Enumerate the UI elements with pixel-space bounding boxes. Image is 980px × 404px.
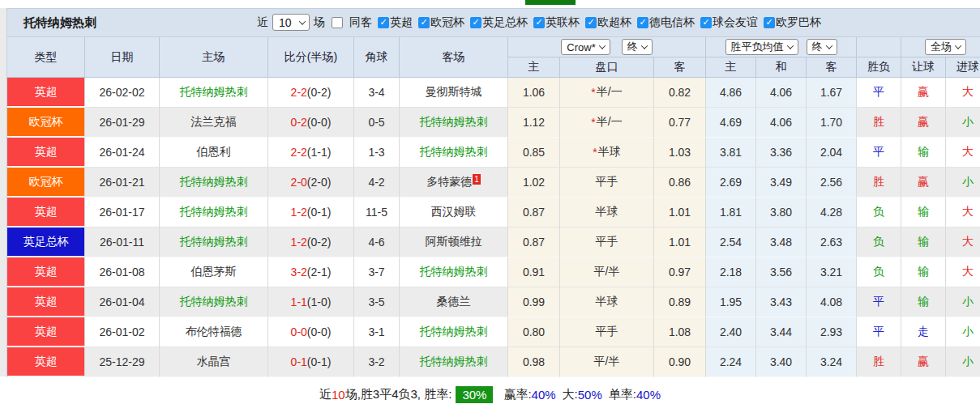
handicap-result: 走 [901, 317, 946, 347]
league-checkbox-label[interactable]: 英足总杯 [482, 15, 528, 30]
league-checkbox-label[interactable]: 球会友谊 [713, 15, 758, 30]
away-team[interactable]: 曼彻斯特城 [426, 85, 482, 100]
league-checkbox[interactable] [378, 17, 389, 28]
league-filter-item: 英联杯 [528, 15, 580, 30]
col-header-date: 日期 [85, 37, 160, 78]
home-team[interactable]: 托特纳姆热刺 [160, 287, 268, 317]
home-team[interactable]: 布伦特福德 [160, 317, 268, 347]
table-row[interactable]: 英足总杯 26-01-11 托特纳姆热刺 1-2(0-2) 4-6 阿斯顿维拉 … [7, 228, 980, 257]
handicap-value: 半/一 [597, 85, 623, 100]
away-team[interactable]: 阿斯顿维拉 [426, 235, 482, 249]
corner-score: 1-3 [354, 138, 400, 168]
odds-source-dropdown[interactable]: Crow* [561, 39, 610, 55]
avg-odds-draw: 3.43 [756, 287, 807, 317]
scope-dropdown[interactable]: 全场 [925, 39, 966, 55]
match-result: 胜 [857, 168, 901, 198]
away-team[interactable]: 托特纳姆热刺 [420, 145, 488, 159]
handicap-odds-home: 0.80 [508, 317, 560, 347]
league-checkbox[interactable] [585, 17, 597, 28]
league-checkbox[interactable] [637, 17, 648, 28]
home-team[interactable]: 托特纳姆热刺 [160, 228, 268, 257]
avg-group-header: 胜平负均值 终 [706, 37, 857, 57]
away-team[interactable]: 西汉姆联 [431, 205, 477, 219]
home-team[interactable]: 伯恩利 [160, 138, 268, 168]
col-header-handicap: 盘口 [560, 57, 654, 78]
table-row[interactable]: 英超 26-01-24 伯恩利 2-2(1-1) 1-3 托特纳姆热刺 0.85… [7, 138, 980, 168]
same-venue-checkbox[interactable] [332, 17, 343, 28]
table-row[interactable]: 英超 26-01-04 托特纳姆热刺 1-1(1-0) 3-5 桑德兰 0.99… [7, 287, 980, 317]
handicap-result: 输 [901, 228, 946, 257]
avg-odds-home: 1.81 [706, 198, 756, 228]
home-team[interactable]: 托特纳姆热刺 [160, 168, 268, 198]
handicap-result: 赢 [901, 347, 946, 377]
home-team[interactable]: 水晶宫 [160, 347, 268, 377]
league-checkbox[interactable] [470, 17, 481, 28]
table-row[interactable]: 英超 26-01-02 布伦特福德 0-0(0-0) 3-1 托特纳姆热刺 0.… [7, 317, 980, 347]
league-checkbox-label[interactable]: 欧罗巴杯 [776, 15, 821, 30]
table-row[interactable]: 欧冠杯 26-01-29 法兰克福 0-2(0-0) 0-5 托特纳姆热刺 1.… [7, 108, 980, 138]
summary-record: 场,胜3平4负3, 胜率: [345, 387, 452, 402]
recent-count-select[interactable]: 10 [272, 14, 310, 31]
league-checkbox[interactable] [700, 17, 712, 28]
score: 1-1(1-0) [268, 287, 354, 317]
league-filter-item: 欧冠杯 [413, 15, 464, 30]
league-checkbox-label[interactable]: 德电信杯 [649, 15, 695, 30]
half-time-score: (0-2) [307, 236, 332, 249]
away-team[interactable]: 托特纳姆热刺 [420, 115, 488, 130]
handicap-line: *半球 [560, 198, 654, 228]
handicap-value: 平手 [596, 235, 618, 249]
league-badge: 英超 [7, 198, 85, 228]
left-gutter [0, 8, 6, 376]
league-checkbox[interactable] [533, 17, 545, 28]
league-checkbox-label[interactable]: 欧冠杯 [430, 15, 464, 30]
match-history-page: 托特纳姆热刺 近 10 场 同客 英超欧冠杯英足总杯英联杯欧超杯德电信杯球会友谊… [0, 0, 980, 404]
table-row[interactable]: 英超 25-12-29 水晶宫 0-1(0-1) 3-2 托特纳姆热刺 0.98… [7, 347, 980, 377]
away-team-cell: 托特纳姆热刺 [400, 108, 508, 138]
away-team[interactable]: 多特蒙德 [426, 175, 472, 189]
full-time-score: 1-2 [291, 206, 307, 219]
same-venue-label[interactable]: 同客 [349, 15, 372, 30]
table-row[interactable]: 英超 26-01-17 托特纳姆热刺 1-2(0-1) 11-5 西汉姆联 0.… [7, 198, 980, 228]
chevron-down-icon [786, 42, 793, 49]
green-bar-fragment [525, 0, 576, 5]
home-team[interactable]: 托特纳姆热刺 [160, 198, 268, 228]
avg-odds-home: 4.86 [706, 78, 756, 108]
table-row[interactable]: 英超 26-01-08 伯恩茅斯 3-2(2-1) 3-7 托特纳姆热刺 0.9… [7, 257, 980, 287]
away-team-cell: 多特蒙德1 [400, 168, 508, 198]
home-team[interactable]: 伯恩茅斯 [160, 257, 268, 287]
league-checkbox-label[interactable]: 英联杯 [546, 15, 580, 30]
goals-result: 小 [946, 317, 980, 347]
filter-controls: 近 10 场 同客 英超欧冠杯英足总杯英联杯欧超杯德电信杯球会友谊欧罗巴杯 [257, 14, 821, 31]
goals-result: 小 [946, 168, 980, 198]
avg-odds-draw: 3.48 [756, 228, 807, 257]
away-team[interactable]: 托特纳姆热刺 [420, 325, 488, 339]
odds-final-dropdown[interactable]: 终 [622, 39, 653, 55]
odds-source-value: Crow* [567, 41, 595, 53]
full-time-score: 3-2 [291, 266, 307, 279]
goals-result: 小 [946, 287, 980, 317]
avg-odds-away: 2.56 [807, 168, 857, 198]
avg-odds-home: 2.69 [706, 168, 756, 198]
away-team-cell: 曼彻斯特城 [400, 78, 508, 108]
goals-result: 小 [946, 108, 980, 138]
avg-final-dropdown[interactable]: 终 [807, 39, 837, 55]
league-checkbox[interactable] [764, 17, 775, 28]
handicap-value: 半/一 [597, 115, 623, 130]
league-checkbox-label[interactable]: 欧超杯 [597, 15, 631, 30]
score: 0-1(0-1) [268, 347, 354, 377]
home-team[interactable]: 法兰克福 [160, 108, 268, 138]
away-team[interactable]: 托特纳姆热刺 [420, 355, 488, 369]
away-team[interactable]: 桑德兰 [437, 295, 471, 309]
match-result: 平 [857, 287, 901, 317]
avg-source-dropdown[interactable]: 胜平负均值 [725, 39, 798, 55]
avg-odds-away: 4.08 [807, 287, 857, 317]
league-checkbox-label[interactable]: 英超 [390, 15, 413, 30]
score: 3-2(2-1) [268, 257, 354, 287]
home-team[interactable]: 托特纳姆热刺 [160, 78, 268, 108]
avg-odds-draw: 3.56 [756, 257, 807, 287]
table-row[interactable]: 英超 26-02-02 托特纳姆热刺 2-2(0-2) 3-4 曼彻斯特城 1.… [7, 78, 980, 108]
league-checkbox[interactable] [418, 17, 430, 28]
away-team[interactable]: 托特纳姆热刺 [420, 265, 488, 279]
handicap-value: 平手 [596, 175, 618, 189]
table-row[interactable]: 欧冠杯 26-01-21 托特纳姆热刺 2-0(2-0) 4-2 多特蒙德1 1… [7, 168, 980, 198]
